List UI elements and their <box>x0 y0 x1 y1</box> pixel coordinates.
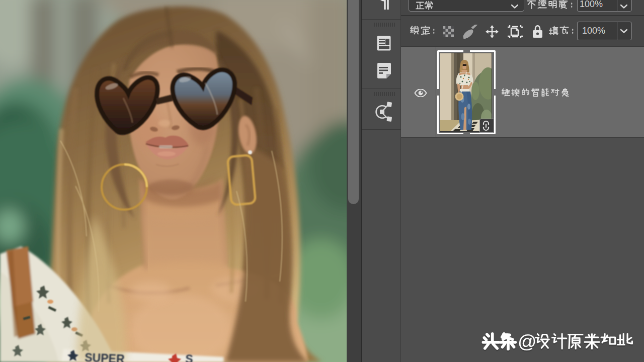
svg-text:@: @ <box>518 331 537 352</box>
svg-text:SUPER: SUPER <box>85 351 125 362</box>
svg-text:S: S <box>185 352 193 362</box>
